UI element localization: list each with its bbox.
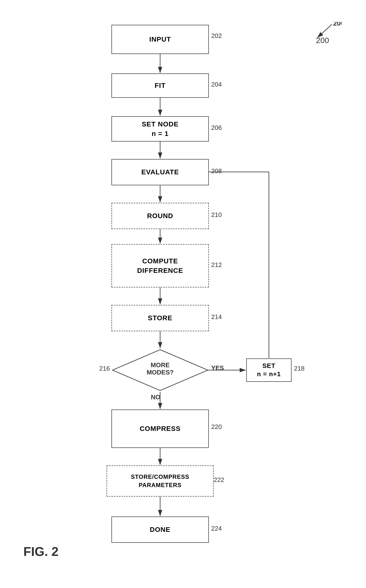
- compress-box: COMPRESS: [111, 410, 209, 448]
- set-n-ref: 218: [294, 365, 304, 372]
- svg-text:MORE: MORE: [151, 361, 170, 369]
- done-box: DONE: [111, 517, 209, 543]
- set-node-box: SET NODE n = 1: [111, 116, 209, 142]
- no-label: NO: [151, 393, 160, 401]
- store-ref: 214: [211, 313, 222, 321]
- set-node-ref: 206: [211, 124, 222, 132]
- store-compress-ref: 222: [214, 476, 224, 484]
- diamond-svg: MORE MODES?: [111, 349, 209, 392]
- fit-ref: 204: [211, 81, 222, 88]
- store-compress-box: STORE/COMPRESS PARAMETERS: [107, 465, 214, 497]
- store-box: STORE: [111, 305, 209, 331]
- evaluate-box: EVALUATE: [111, 159, 209, 185]
- input-box: INPUT: [111, 25, 209, 54]
- evaluate-ref: 208: [211, 167, 222, 175]
- done-ref: 224: [211, 525, 222, 532]
- set-n-box: SET n = n+1: [246, 358, 292, 382]
- figure-title: FIG. 2: [23, 544, 58, 559]
- diagram-container: 200 200 INPUT 202 FIT 204 SET NODE n = 1…: [0, 0, 366, 588]
- more-modes-diamond: MORE MODES?: [111, 349, 209, 392]
- fit-box: FIT: [111, 73, 209, 98]
- round-box: ROUND: [111, 203, 209, 229]
- compute-difference-box: COMPUTE DIFFERENCE: [111, 244, 209, 287]
- round-ref: 210: [211, 211, 222, 219]
- yes-label: YES: [211, 364, 224, 372]
- ref-200-line: 200: [312, 22, 342, 41]
- compute-difference-ref: 212: [211, 261, 222, 269]
- svg-text:200: 200: [333, 22, 342, 27]
- svg-line-14: [317, 24, 332, 38]
- input-ref: 202: [211, 32, 222, 40]
- compress-ref: 220: [211, 423, 222, 431]
- svg-text:MODES?: MODES?: [146, 369, 174, 376]
- more-modes-ref: 216: [99, 365, 110, 372]
